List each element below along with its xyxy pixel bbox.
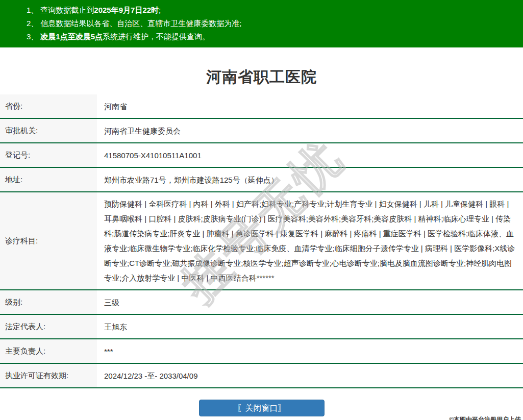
field-value: 41580705-X41010511A1001	[97, 143, 523, 167]
notice-number: 3、	[27, 32, 38, 41]
table-row-level: 级别: 三级	[0, 290, 523, 315]
notice-banner: 1、查询数据截止到2025年9月7日22时; 2、信息数据结果以各省、自治区、直…	[0, 0, 523, 47]
notice-text-bold: 凌晨1点至凌晨5点	[40, 32, 103, 41]
field-value: 河南省	[97, 94, 523, 118]
notice-line: 2、信息数据结果以各省、自治区、直辖市卫生健康委数据为准;	[27, 17, 523, 30]
table-row-province: 省份: 河南省	[0, 94, 523, 119]
table-row-medical-subjects: 诊疗科目: 预防保健科 | 全科医疗科 | 内科 | 外科 | 妇产科;妇科专业…	[0, 192, 523, 290]
field-value: ***	[97, 339, 523, 363]
table-row-license-validity: 执业许可证有效期: 2024/12/23 -至- 2033/04/09	[0, 364, 523, 388]
hospital-detail-panel: 河南省职工医院 省份: 河南省 审批机关: 河南省卫生健康委员会 登记号: 41…	[0, 47, 523, 394]
field-label: 登记号:	[0, 143, 97, 167]
table-row-principal: 主要负责人: ***	[0, 339, 523, 364]
field-label: 法定代表人:	[0, 315, 97, 338]
field-label: 级别:	[0, 290, 97, 314]
notice-text: 查询数据截止到	[40, 6, 94, 14]
notice-line: 3、凌晨1点至凌晨5点系统进行维护，不能提供查询。	[27, 30, 523, 43]
page-title: 河南省职工医院	[0, 68, 523, 86]
field-value: 河南省卫生健康委员会	[97, 119, 523, 142]
field-label: 审批机关:	[0, 119, 97, 142]
field-value: 2024/12/23 -至- 2033/04/09	[97, 364, 523, 387]
field-label: 地址:	[0, 168, 97, 191]
table-row-address: 地址: 郑州市农业路71号，郑州市建设路125号（延伸点）	[0, 168, 523, 192]
upload-credit-badge: ©本图由平台注册用户上传	[449, 415, 521, 420]
field-value: 三级	[97, 290, 523, 314]
field-label: 省份:	[0, 94, 97, 118]
notice-line: 1、查询数据截止到2025年9月7日22时;	[27, 4, 523, 17]
notice-text: 信息数据结果以各省、自治区、直辖市卫生健康委数据为准;	[40, 19, 241, 28]
notice-number: 1、	[27, 6, 38, 14]
close-window-button[interactable]: 〖关闭窗口〗	[199, 400, 325, 416]
field-value: 郑州市农业路71号，郑州市建设路125号（延伸点）	[97, 168, 523, 191]
footer-bar: 〖关闭窗口〗 ©本图由平台注册用户上传	[0, 400, 523, 420]
field-label: 诊疗科目:	[0, 192, 97, 289]
table-row-approval-authority: 审批机关: 河南省卫生健康委员会	[0, 119, 523, 143]
table-row-legal-representative: 法定代表人: 王旭东	[0, 315, 523, 339]
hospital-info-table: 省份: 河南省 审批机关: 河南省卫生健康委员会 登记号: 41580705-X…	[0, 94, 523, 388]
field-label: 执业许可证有效期:	[0, 364, 97, 387]
notice-number: 2、	[27, 19, 38, 28]
notice-text: ;	[159, 6, 161, 14]
notice-text: 系统进行维护，不能提供查询。	[103, 32, 210, 41]
table-row-registration-number: 登记号: 41580705-X41010511A1001	[0, 143, 523, 168]
field-value: 王旭东	[97, 315, 523, 338]
notice-text-bold: 2025年9月7日22时	[94, 6, 159, 14]
field-label: 主要负责人:	[0, 339, 97, 363]
field-value: 预防保健科 | 全科医疗科 | 内科 | 外科 | 妇产科;妇科专业;产科专业;…	[97, 192, 523, 289]
